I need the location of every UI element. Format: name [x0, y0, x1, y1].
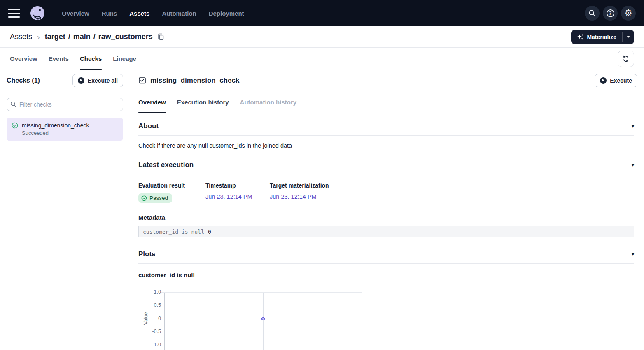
about-description: Check if there are any null customer_ids…	[138, 142, 634, 149]
top-nav-actions: ? ⚙	[585, 6, 636, 21]
search-icon	[588, 9, 596, 17]
check-success-icon	[141, 195, 147, 201]
nav-item-automation[interactable]: Automation	[162, 10, 196, 17]
check-detail-header: missing_dimension_check Execute	[130, 70, 644, 91]
check-detail-body: About ▾ Check if there are any null cust…	[130, 122, 644, 350]
subtab-automation-history[interactable]: Automation history	[240, 91, 297, 113]
check-status: Succeeded	[22, 130, 89, 137]
materialize-label: Materialize	[587, 34, 616, 40]
metadata-value: 0	[203, 226, 216, 237]
metadata-table: customer_id is null 0	[138, 226, 634, 237]
execute-label: Execute	[610, 77, 632, 84]
gear-icon: ⚙	[624, 9, 632, 18]
checks-count-title: Checks (1)	[7, 77, 40, 84]
materialize-split-button: Materialize	[571, 30, 634, 44]
check-list-item[interactable]: missing_dimension_check Succeeded	[7, 118, 123, 141]
filter-checks-input[interactable]	[7, 98, 123, 111]
collapse-caret-icon[interactable]: ▾	[632, 162, 634, 167]
passed-badge: Passed	[138, 193, 172, 203]
tab-checks[interactable]: Checks	[80, 48, 102, 70]
asset-tabs: Overview Events Checks Lineage	[0, 48, 644, 70]
target-materialization-link[interactable]: Jun 23, 12:14 PM	[270, 193, 317, 200]
check-success-icon	[12, 122, 18, 130]
chevron-down-icon	[627, 36, 630, 38]
top-nav-links: Overview Runs Assets Automation Deployme…	[62, 10, 244, 17]
play-icon	[78, 77, 84, 84]
breadcrumb-assets-link[interactable]: Assets	[10, 32, 32, 41]
timestamp-link[interactable]: Jun 23, 12:14 PM	[205, 193, 252, 200]
copy-button[interactable]	[157, 33, 164, 40]
subtab-overview[interactable]: Overview	[138, 91, 166, 113]
gridline	[161, 306, 362, 306]
scatter-chart: Value 1.0 0.5 0 -0.5 -1.0 Jun 23, 12:1	[138, 290, 402, 350]
check-detail-panel: missing_dimension_check Execute Overview…	[130, 70, 644, 350]
tab-lineage[interactable]: Lineage	[113, 48, 136, 70]
refresh-button[interactable]	[618, 51, 634, 67]
breadcrumb-row: Assets › target / main / raw_customers M…	[0, 26, 644, 48]
sparkle-icon	[577, 34, 583, 40]
plot-area	[164, 292, 362, 345]
check-detail-title: missing_dimension_check	[150, 76, 239, 85]
help-button[interactable]: ?	[603, 6, 618, 21]
timestamp-label: Timestamp	[205, 182, 270, 189]
breadcrumb-asset-name: raw_customers	[98, 32, 153, 41]
check-detail-tabs: Overview Execution history Automation hi…	[130, 91, 644, 113]
y-tick: -0.5	[138, 329, 161, 334]
breadcrumb-separator: /	[68, 32, 70, 41]
check-name: missing_dimension_check	[22, 121, 89, 130]
plots-title: Plots	[138, 250, 156, 258]
gridline	[161, 332, 362, 332]
latest-execution-title: Latest execution	[138, 161, 194, 169]
refresh-icon	[622, 55, 630, 63]
settings-button[interactable]: ⚙	[621, 6, 636, 21]
execute-button[interactable]: Execute	[595, 74, 637, 87]
metadata-title: Metadata	[138, 214, 634, 221]
metadata-key: customer_id is null	[139, 226, 203, 237]
search-icon	[10, 101, 16, 109]
question-icon: ?	[607, 9, 614, 17]
execute-all-label: Execute all	[88, 77, 118, 84]
menu-icon[interactable]	[8, 9, 20, 18]
nav-item-assets[interactable]: Assets	[129, 10, 149, 17]
checks-sidebar-header: Checks (1) Execute all	[0, 70, 130, 91]
y-tick: 0	[138, 315, 161, 321]
y-tick: 1.0	[138, 289, 161, 295]
play-icon	[600, 77, 607, 84]
search-button[interactable]	[585, 6, 600, 21]
dagster-logo-icon[interactable]	[30, 5, 45, 21]
breadcrumb-segment[interactable]: target	[45, 32, 65, 41]
breadcrumb-segment[interactable]: main	[73, 32, 91, 41]
nav-item-deployment[interactable]: Deployment	[209, 10, 244, 17]
plots-section-header: Plots ▾	[138, 250, 634, 264]
asset-check-icon	[138, 76, 146, 84]
collapse-caret-icon[interactable]: ▾	[632, 124, 634, 129]
gridline	[161, 292, 362, 293]
tab-overview[interactable]: Overview	[10, 48, 37, 70]
about-section-header: About ▾	[138, 122, 634, 136]
y-tick: -1.0	[138, 342, 161, 348]
about-title: About	[138, 122, 159, 130]
gridline	[161, 345, 362, 345]
nav-item-overview[interactable]: Overview	[62, 10, 89, 17]
subtab-execution-history[interactable]: Execution history	[177, 91, 229, 113]
execute-all-button[interactable]: Execute all	[72, 74, 123, 87]
collapse-caret-icon[interactable]: ▾	[632, 252, 634, 257]
materialize-button[interactable]: Materialize	[571, 30, 622, 44]
gridline-vertical	[362, 292, 362, 350]
copy-icon	[157, 33, 164, 40]
nav-item-runs[interactable]: Runs	[102, 10, 117, 17]
top-nav: Overview Runs Assets Automation Deployme…	[0, 0, 644, 26]
filter-checks-wrap	[7, 98, 123, 111]
chevron-right-icon: ›	[37, 33, 40, 41]
y-tick: 0.5	[138, 302, 161, 308]
checks-sidebar: Checks (1) Execute all	[0, 70, 130, 350]
evaluation-result-label: Evaluation result	[138, 182, 205, 189]
data-point	[261, 317, 265, 320]
tab-events[interactable]: Events	[49, 48, 69, 70]
latest-execution-section-header: Latest execution ▾	[138, 161, 634, 174]
materialize-dropdown-button[interactable]	[623, 30, 634, 44]
content-area: Checks (1) Execute all	[0, 70, 644, 350]
passed-label: Passed	[149, 195, 168, 201]
plot-chart-title: customer_id is null	[138, 271, 634, 278]
target-materialization-label: Target materialization	[270, 182, 329, 189]
